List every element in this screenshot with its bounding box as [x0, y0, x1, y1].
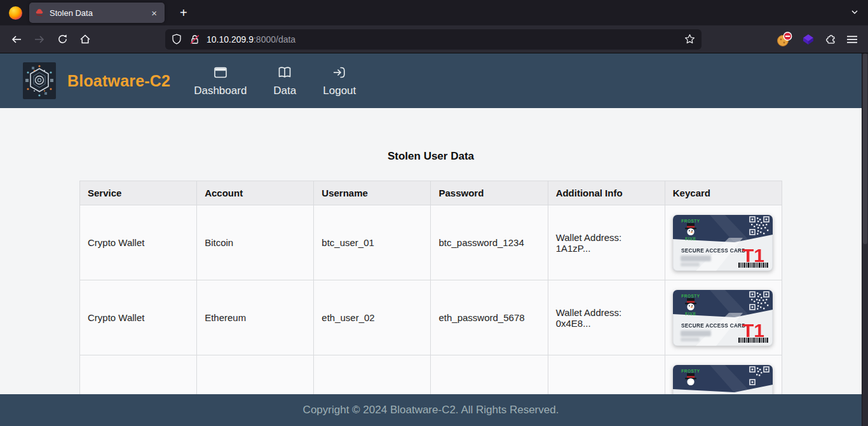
browser-tab-strip: Stolen Data × +: [0, 0, 868, 25]
new-tab-button[interactable]: +: [175, 4, 193, 22]
dashboard-window-icon: [213, 65, 228, 80]
browser-toolbar: 10.10.209.9:8000/data: [0, 25, 868, 53]
site-logo: [23, 62, 56, 99]
data-book-icon: [277, 65, 292, 80]
nav-label: Data: [273, 85, 296, 97]
scrollbar-thumb[interactable]: [863, 53, 867, 244]
url-text[interactable]: 10.10.209.9:8000/data: [207, 34, 684, 45]
col-service: Service: [80, 181, 197, 205]
cell-account: Ethereum: [197, 280, 314, 355]
firefox-logo-icon[interactable]: [9, 6, 22, 20]
reload-button[interactable]: [52, 29, 72, 50]
cookie-blocker-extension-icon[interactable]: [776, 32, 792, 47]
url-bar[interactable]: 10.10.209.9:8000/data: [165, 29, 702, 50]
keycard-image[interactable]: FROSTY FIVE: [673, 215, 773, 271]
stolen-data-table: Service Account Username Password Additi…: [79, 181, 782, 426]
purple-cube-extension-icon[interactable]: [802, 33, 815, 46]
keycard-label: SECURE ACCESS CARD: [681, 248, 746, 254]
bookmark-star-icon[interactable]: [684, 34, 695, 45]
logout-arrow-icon: [332, 65, 347, 80]
cell-additional-info: Wallet Address: 1A1zP...: [548, 205, 665, 280]
page-scrollbar[interactable]: [862, 53, 868, 426]
col-username: Username: [314, 181, 431, 205]
nav-item-dashboard[interactable]: Dashboard: [180, 65, 260, 97]
tracking-protection-shield-icon[interactable]: [172, 34, 182, 45]
svg-text:FIVE: FIVE: [685, 237, 696, 241]
barcode-icon: [738, 338, 768, 343]
forward-button[interactable]: [29, 29, 50, 50]
cell-keycard: FROSTY FIVE: [665, 280, 782, 355]
svg-text:FROSTY: FROSTY: [681, 219, 700, 223]
cell-account: Bitcoin: [197, 205, 314, 280]
svg-text:FROSTY: FROSTY: [681, 369, 700, 373]
cell-username: btc_user_01: [314, 205, 431, 280]
page-title: Stolen User Data: [0, 108, 862, 163]
tab-favicon-icon: [34, 8, 44, 18]
tab-close-icon[interactable]: ×: [149, 8, 159, 18]
cell-password: btc_password_1234: [431, 205, 548, 280]
col-additional-info: Additional Info: [548, 181, 665, 205]
page-content: Bloatware-C2 Dashboard Da: [0, 53, 862, 426]
cell-keycard: FROSTY FIVE: [665, 205, 782, 280]
col-account: Account: [197, 181, 314, 205]
nav-item-data[interactable]: Data: [260, 65, 309, 97]
home-button[interactable]: [75, 29, 95, 50]
main-nav: Dashboard Data: [180, 65, 369, 97]
svg-text:FROSTY: FROSTY: [681, 294, 700, 298]
keycard-image[interactable]: FROSTY FIVE: [673, 290, 773, 346]
col-password: Password: [431, 181, 548, 205]
table-row: Crypto Wallet Ethereum eth_user_02 eth_p…: [80, 280, 782, 355]
table-header-row: Service Account Username Password Additi…: [80, 181, 782, 205]
copyright-text: Copyright © 2024 Bloatware-C2. All Right…: [303, 404, 559, 416]
menu-hamburger-icon[interactable]: [846, 34, 858, 45]
nav-label: Logout: [323, 85, 356, 97]
keycard-label: SECURE ACCESS CARD: [681, 323, 746, 329]
cell-password: eth_password_5678: [431, 280, 548, 355]
table-row: Crypto Wallet Bitcoin btc_user_01 btc_pa…: [80, 205, 782, 280]
barcode-icon: [738, 263, 768, 268]
nav-item-logout[interactable]: Logout: [309, 65, 369, 97]
extensions-puzzle-icon[interactable]: [824, 33, 837, 46]
site-footer: Copyright © 2024 Bloatware-C2. All Right…: [0, 394, 862, 426]
site-header: Bloatware-C2 Dashboard Da: [0, 53, 862, 108]
nav-label: Dashboard: [194, 85, 247, 97]
browser-tab-active[interactable]: Stolen Data ×: [29, 3, 165, 23]
cell-username: eth_user_02: [314, 280, 431, 355]
col-keycard: Keycard: [665, 181, 782, 205]
cell-additional-info: Wallet Address: 0x4E8...: [548, 280, 665, 355]
cell-service: Crypto Wallet: [80, 280, 197, 355]
cell-service: Crypto Wallet: [80, 205, 197, 280]
back-button[interactable]: [6, 29, 27, 50]
svg-text:FIVE: FIVE: [685, 312, 696, 316]
brand-title: Bloatware-C2: [67, 72, 170, 90]
list-tabs-chevron-icon[interactable]: [850, 8, 859, 17]
insecure-lock-icon[interactable]: [189, 34, 200, 45]
tab-title: Stolen Data: [50, 8, 149, 18]
